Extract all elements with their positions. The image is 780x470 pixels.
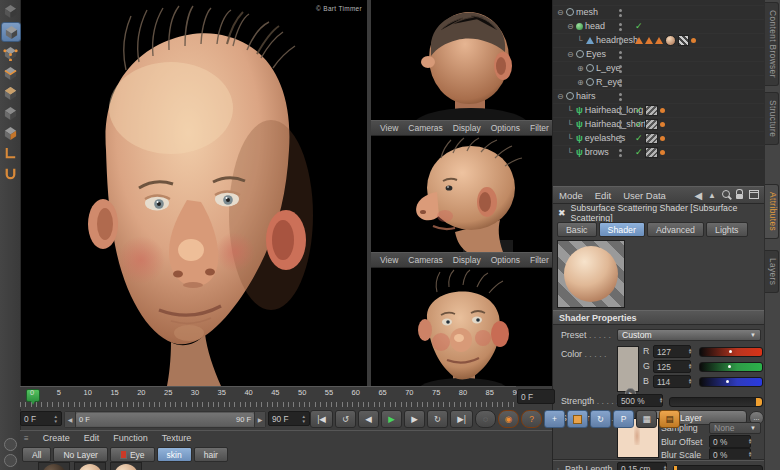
main-viewport[interactable]: © Bart Timmer xyxy=(21,0,367,386)
stripe-tag-icon[interactable] xyxy=(645,147,658,158)
range-bar[interactable] xyxy=(76,413,254,426)
channel-stepper[interactable]: ▲▼ xyxy=(688,378,692,384)
visibility-dots[interactable] xyxy=(619,93,622,101)
strength-stepper[interactable]: ▲▼ xyxy=(659,397,663,403)
texture-axis-icon[interactable] xyxy=(1,124,19,142)
channel-value-field[interactable]: 114 xyxy=(653,375,691,388)
attr-menu-user-data[interactable]: User Data xyxy=(623,190,666,201)
enabled-check-icon[interactable]: ✓ xyxy=(635,20,643,33)
expander-icon[interactable]: └ xyxy=(567,118,576,131)
key-position-button[interactable]: + xyxy=(544,410,565,428)
lock-icon[interactable] xyxy=(736,190,743,201)
channel-slider[interactable] xyxy=(699,377,763,387)
warn-tag-icon[interactable] xyxy=(635,37,643,44)
side-tab-layers[interactable]: Layers xyxy=(765,250,779,293)
channel-slider[interactable] xyxy=(699,362,763,372)
cycle-button[interactable]: ↻ xyxy=(427,410,448,428)
side-tab-attributes[interactable]: Attributes xyxy=(765,184,779,239)
filter-eye[interactable]: Eye xyxy=(110,447,155,462)
material-menu-function[interactable]: Function xyxy=(113,433,148,443)
tab-lights[interactable]: Lights xyxy=(706,222,747,237)
visibility-dots[interactable] xyxy=(619,9,622,17)
panel-icon[interactable] xyxy=(749,190,759,201)
expander-icon[interactable]: ⊖ xyxy=(557,6,566,19)
frame-field-top[interactable]: 0 F xyxy=(517,389,555,404)
texture-tag-icon[interactable] xyxy=(665,35,676,46)
object-tags[interactable]: ✓ xyxy=(635,118,665,131)
strength-slider-handle[interactable] xyxy=(756,398,762,406)
channel-value-field[interactable]: 125 xyxy=(653,360,691,373)
visibility-dots[interactable] xyxy=(619,135,622,143)
object-row-hairhead_short[interactable]: └ψHairhead_short✓ xyxy=(553,118,765,132)
channel-value-field[interactable]: 127 xyxy=(653,345,691,358)
visibility-dots[interactable] xyxy=(619,149,622,157)
range-left-arrow[interactable]: ◀ xyxy=(65,412,76,427)
uvw-tag-icon[interactable] xyxy=(678,35,689,46)
viewport-back[interactable] xyxy=(371,0,552,120)
timeline-ruler[interactable]: 051015202530354045505560657075808590 xyxy=(20,386,516,409)
channel-stepper[interactable]: ▲▼ xyxy=(688,348,692,354)
filter-no-layer[interactable]: No Layer xyxy=(53,447,108,462)
play-forward-button[interactable]: ▶ xyxy=(381,410,402,428)
record-key-button[interactable]: ◉ xyxy=(498,410,519,428)
key-rotation-button[interactable]: ↻ xyxy=(590,410,611,428)
filter-all[interactable]: All xyxy=(22,447,51,462)
dot-tag-icon[interactable] xyxy=(660,136,665,141)
viewport-menu-cameras[interactable]: Cameras xyxy=(403,123,447,133)
warn-tag-icon[interactable] xyxy=(655,37,663,44)
channel-slider-handle[interactable] xyxy=(728,365,731,368)
record-off-button[interactable]: ◌ xyxy=(475,410,496,428)
tab-advanced[interactable]: Advanced xyxy=(647,222,704,237)
filter-hair[interactable]: hair xyxy=(194,447,228,462)
visibility-dots[interactable] xyxy=(619,65,622,73)
material-thumb[interactable] xyxy=(74,462,106,470)
dot-tag-icon[interactable] xyxy=(660,108,665,113)
object-row-brows[interactable]: └ψbrows✓ xyxy=(553,146,765,160)
autokey-button[interactable]: ? xyxy=(521,410,542,428)
viewport-menu-display[interactable]: Display xyxy=(448,123,486,133)
expander-icon[interactable]: └ xyxy=(577,34,586,47)
object-row-eyelashes[interactable]: └ψeyelashes✓ xyxy=(553,132,765,146)
strength-field[interactable]: 500 % xyxy=(617,394,663,407)
end-frame-field[interactable]: 90 F ▲▼ xyxy=(268,411,310,426)
strength-slider[interactable] xyxy=(669,397,763,407)
stripe-tag-icon[interactable] xyxy=(645,119,658,130)
filter-skin[interactable]: skin xyxy=(157,447,192,462)
expander-icon[interactable]: ⊕ xyxy=(577,62,586,75)
viewport-menu-filter[interactable]: Filter xyxy=(525,123,554,133)
side-tab-structure[interactable]: Structure xyxy=(765,92,779,145)
points-mode-icon[interactable] xyxy=(1,44,19,62)
object-row-head[interactable]: ⊖head✓ xyxy=(553,20,765,34)
current-frame-field[interactable]: 0 F ▲▼ xyxy=(20,411,62,426)
object-row-hairs[interactable]: ⊖hairs xyxy=(553,90,765,104)
blur-scale-stepper[interactable]: ▲▼ xyxy=(748,451,752,457)
polygons-mode-icon[interactable] xyxy=(1,84,19,102)
attr-menu-mode[interactable]: Mode xyxy=(559,190,583,201)
color-swatch[interactable] xyxy=(617,346,639,392)
visibility-dots[interactable] xyxy=(619,79,622,87)
path-length-field[interactable]: 0.15 cm xyxy=(617,462,667,470)
stripe-tag-icon[interactable] xyxy=(645,105,658,116)
pointer-icon[interactable]: ▲ xyxy=(708,191,716,200)
path-length-slider[interactable] xyxy=(673,465,763,470)
attr-menu-edit[interactable]: Edit xyxy=(595,190,611,201)
material-menu-create[interactable]: Create xyxy=(43,433,70,443)
step-forward-button[interactable]: ▶ xyxy=(404,410,425,428)
dot-tag-icon[interactable] xyxy=(660,150,665,155)
expander-icon[interactable]: └ xyxy=(567,132,576,145)
object-row-r_eye[interactable]: ⊕R_eye xyxy=(553,76,765,90)
object-row-headmesh[interactable]: └headmesh xyxy=(553,34,765,48)
step-back-button[interactable]: ◀ xyxy=(358,410,379,428)
expander-icon[interactable]: ⊖ xyxy=(567,20,576,33)
object-tags[interactable] xyxy=(635,34,696,47)
enable-axis-icon[interactable] xyxy=(1,104,19,122)
warn-tag-icon[interactable] xyxy=(645,37,653,44)
play-reverse-button[interactable]: ↺ xyxy=(335,410,356,428)
expander-icon[interactable]: └ xyxy=(567,104,576,117)
expander-icon[interactable]: ⊕ xyxy=(577,76,586,89)
material-mini-icon[interactable] xyxy=(4,438,17,451)
channel-slider-handle[interactable] xyxy=(726,380,729,383)
enabled-check-icon[interactable]: ✓ xyxy=(635,118,643,131)
key-pla-button[interactable]: ▦ xyxy=(636,410,657,428)
viewport-menu-view[interactable]: View xyxy=(375,123,403,133)
